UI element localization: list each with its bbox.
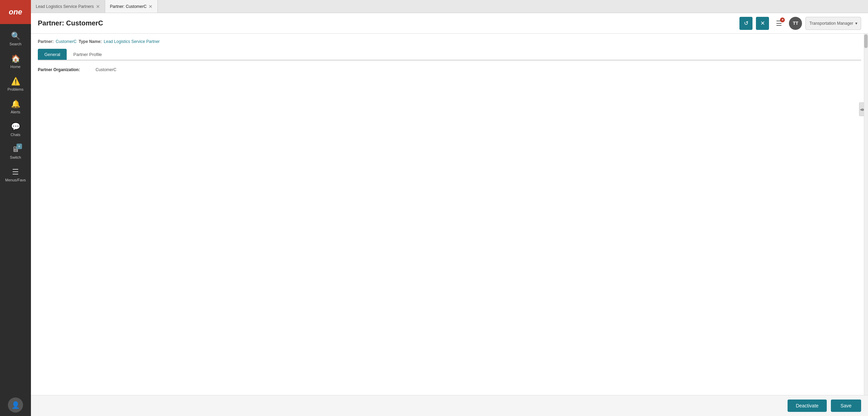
sidebar-item-chats[interactable]: 💬 Chats	[0, 118, 31, 141]
user-avatar-sidebar[interactable]: 👤	[8, 397, 23, 413]
sidebar-label-switch: Switch	[10, 155, 21, 159]
form-tabs: General Partner Profile	[38, 49, 861, 60]
app-logo[interactable]: one	[0, 0, 31, 24]
avatar-icon: 👤	[11, 401, 20, 409]
field-partner-org-label: Partner Organization:	[38, 67, 93, 72]
content-footer: Deactivate Save	[31, 395, 868, 416]
chat-icon: 💬	[11, 122, 20, 131]
sidebar-label-menus: Menus/Favs	[5, 178, 26, 182]
sidebar-label-search: Search	[10, 42, 22, 46]
user-role-dropdown[interactable]: Transportation Manager ▾	[805, 17, 861, 30]
scrollbar-track[interactable]	[864, 34, 868, 395]
sidebar-label-problems: Problems	[8, 87, 23, 91]
bell-icon: 🔔	[11, 100, 20, 109]
tab-lead-logistics[interactable]: Lead Logistics Service Partners ✕	[31, 0, 105, 13]
warning-icon: ⚠️	[11, 77, 20, 86]
menus-icon: ☰	[12, 168, 19, 177]
page-header: Partner: CustomerC ↺ ✕ ☰ ★ TT Transporta…	[31, 13, 868, 34]
field-partner-org-value: CustomerC	[96, 67, 117, 72]
home-icon: 🏠	[11, 54, 20, 63]
user-avatar-button[interactable]: TT	[789, 17, 802, 30]
tab-general[interactable]: General	[38, 49, 67, 60]
menu-badge: ★	[780, 18, 785, 22]
sidebar-bottom: 👤	[8, 397, 23, 416]
sidebar-item-menus[interactable]: ☰ Menus/Favs	[0, 164, 31, 186]
refresh-button[interactable]: ↺	[739, 17, 752, 30]
close-icon: ✕	[760, 20, 765, 26]
sidebar-item-search[interactable]: 🔍 Search	[0, 27, 31, 50]
refresh-icon: ↺	[744, 20, 748, 26]
record-info: Partner: CustomerC Type Name: Lead Logis…	[38, 39, 861, 44]
tab-bar: Lead Logistics Service Partners ✕ Partne…	[31, 0, 868, 13]
menu-button[interactable]: ☰ ★	[772, 17, 785, 30]
sidebar-item-switch[interactable]: 🖥 ≡ Switch	[0, 141, 31, 164]
logo-text: one	[9, 8, 22, 16]
main-area: Lead Logistics Service Partners ✕ Partne…	[31, 0, 868, 416]
sidebar-label-home: Home	[10, 65, 20, 69]
partner-value[interactable]: CustomerC	[56, 39, 77, 44]
header-actions: ↺ ✕ ☰ ★ TT Transportation Manager ▾	[739, 17, 861, 30]
sidebar-item-home[interactable]: 🏠 Home	[0, 50, 31, 73]
sidebar-label-alerts: Alerts	[11, 110, 20, 114]
save-button[interactable]: Save	[831, 400, 861, 412]
tab-label-partner-customerc: Partner: CustomerC	[110, 4, 147, 9]
sidebar-item-alerts[interactable]: 🔔 Alerts	[0, 95, 31, 118]
content-inner: Partner: CustomerC Type Name: Lead Logis…	[31, 34, 868, 395]
tab-partner-profile[interactable]: Partner Profile	[67, 49, 108, 60]
page-title: Partner: CustomerC	[38, 19, 739, 27]
type-name-value[interactable]: Lead Logistics Service Partner	[104, 39, 160, 44]
dropdown-chevron-icon: ▾	[855, 21, 857, 26]
content-area: Partner: CustomerC Type Name: Lead Logis…	[31, 34, 868, 395]
partner-label: Partner:	[38, 39, 54, 44]
sidebar-item-problems[interactable]: ⚠️ Problems	[0, 73, 31, 95]
user-role-label: Transportation Manager	[809, 21, 853, 26]
deactivate-button[interactable]: Deactivate	[788, 400, 827, 412]
tab-close-partner-customerc[interactable]: ✕	[149, 4, 153, 9]
sidebar: one 🔍 Search 🏠 Home ⚠️ Problems 🔔 Alerts…	[0, 0, 31, 416]
tab-label-lead-logistics: Lead Logistics Service Partners	[36, 4, 94, 9]
scrollbar-thumb[interactable]	[864, 34, 868, 48]
tab-partner-customerc[interactable]: Partner: CustomerC ✕	[105, 0, 158, 13]
close-record-button[interactable]: ✕	[756, 17, 769, 30]
sidebar-label-chats: Chats	[11, 133, 21, 137]
field-partner-org: Partner Organization: CustomerC	[38, 67, 861, 72]
search-icon: 🔍	[11, 32, 20, 41]
type-name-label: Type Name:	[79, 39, 102, 44]
tab-close-lead-logistics[interactable]: ✕	[96, 4, 100, 9]
switch-badge: ≡	[17, 144, 22, 149]
